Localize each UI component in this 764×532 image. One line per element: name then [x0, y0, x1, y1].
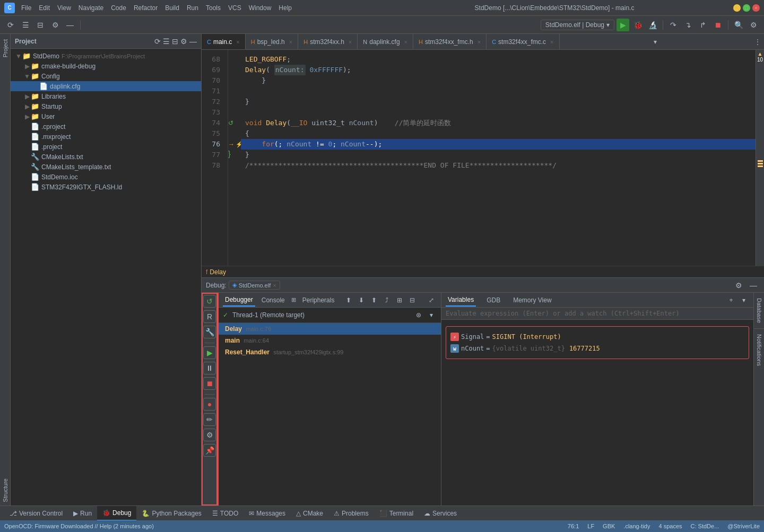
- debug-expand-btn[interactable]: ⤢: [426, 295, 437, 306]
- step-up-debug-btn[interactable]: ⬆: [369, 295, 379, 306]
- tree-item-project[interactable]: 📄 .project: [11, 142, 201, 152]
- run-config-selector[interactable]: StdDemo.elf | Debug ▾: [541, 20, 614, 30]
- memory-view-tab[interactable]: Memory View: [511, 294, 553, 306]
- editor-tab-daplink[interactable]: N daplink.cfg ×: [358, 34, 413, 50]
- debug-button[interactable]: 🐞: [631, 19, 644, 31]
- bottom-tab-python[interactable]: 🐍 Python Packages: [136, 506, 206, 521]
- database-sidebar-tab[interactable]: Database: [755, 295, 763, 326]
- editor-tab-mainc[interactable]: C main.c ×: [202, 34, 246, 50]
- debug-config-selector[interactable]: ◈ StdDemo.elf ×: [229, 281, 280, 290]
- debug-pause-btn[interactable]: ⏸: [203, 362, 216, 374]
- menu-run[interactable]: Run: [184, 3, 202, 13]
- menu-tools[interactable]: Tools: [203, 3, 224, 13]
- tree-item-ioc[interactable]: 📄 StdDemo.ioc: [11, 172, 201, 182]
- debug-breakpoint-btn[interactable]: ●: [203, 398, 216, 411]
- panel-close-icon[interactable]: —: [189, 37, 197, 46]
- tree-item-cmaketemplate[interactable]: 🔧 CMakeLists_template.txt: [11, 162, 201, 172]
- run-button[interactable]: ▶: [617, 19, 629, 31]
- console-tab[interactable]: Console: [259, 294, 287, 306]
- debug-play-btn[interactable]: ▶: [203, 346, 216, 359]
- linter-indicator[interactable]: .clang-tidy: [623, 523, 650, 529]
- notifications-sidebar-tab[interactable]: Notifications: [755, 331, 763, 369]
- thread-dropdown-icon[interactable]: ▾: [426, 310, 437, 320]
- editor-tab-stm32h[interactable]: H stm32f4xx.h ×: [298, 34, 358, 50]
- step-out-btn[interactable]: ↱: [697, 19, 709, 31]
- settings-gear-button[interactable]: ⚙: [747, 19, 760, 31]
- tab-close-debug[interactable]: ×: [273, 282, 276, 289]
- debug-close-btn[interactable]: —: [747, 279, 760, 292]
- tree-item-config[interactable]: ▼ 📁 Config: [11, 71, 201, 81]
- step-over-debug-btn[interactable]: ⬆: [343, 295, 354, 306]
- add-watch-btn[interactable]: +: [726, 295, 736, 306]
- debug-pin-btn[interactable]: 📌: [203, 444, 216, 457]
- tree-item-mxproject[interactable]: 📄 .mxproject: [11, 132, 201, 142]
- menu-build[interactable]: Build: [162, 3, 183, 13]
- tab-overflow-btn[interactable]: ▾: [650, 38, 660, 46]
- debug-wrench-btn[interactable]: 🔧: [203, 326, 216, 338]
- step-out-debug-btn[interactable]: ⤴: [381, 295, 392, 306]
- menu-file[interactable]: File: [18, 3, 34, 13]
- line-col-indicator[interactable]: 76:1: [568, 523, 579, 529]
- tree-item-cmake-build[interactable]: ▶ 📁 cmake-build-debug: [11, 61, 201, 71]
- menu-window[interactable]: Window: [246, 3, 275, 13]
- debug-stop-btn[interactable]: ⏹: [203, 377, 216, 390]
- peripherals-icon[interactable]: ⊞: [291, 296, 296, 303]
- menu-refactor[interactable]: Refactor: [131, 3, 161, 13]
- bottom-tab-run[interactable]: ▶ Run: [68, 506, 97, 521]
- frame-view-btn[interactable]: ⊞: [394, 295, 405, 306]
- panel-sync-icon[interactable]: ⟳: [154, 37, 161, 46]
- stop-button[interactable]: ⏹: [711, 19, 724, 31]
- tab-close-mainc[interactable]: ×: [236, 39, 239, 45]
- indent-indicator[interactable]: 4 spaces: [658, 523, 682, 529]
- peripherals-tab[interactable]: Peripherals: [300, 294, 337, 306]
- step-over-btn[interactable]: ↷: [667, 19, 680, 31]
- tree-item-user[interactable]: ▶ 📁 User: [11, 111, 201, 121]
- debug-edit-btn[interactable]: ✏: [203, 413, 216, 426]
- tab-close-stm32h[interactable]: ×: [349, 39, 352, 45]
- toolbar-collapse-btn[interactable]: ⊟: [34, 19, 47, 31]
- structure-sidebar-tab[interactable]: Structure: [1, 475, 10, 505]
- debug-resume-btn[interactable]: ↺: [203, 295, 216, 308]
- tab-close-daplink[interactable]: ×: [404, 39, 407, 45]
- tree-item-startup[interactable]: ▶ 📁 Startup: [11, 101, 201, 111]
- tree-item-libraries[interactable]: ▶ 📁 Libraries: [11, 91, 201, 101]
- profiler-button[interactable]: 🔬: [646, 19, 659, 31]
- debug-settings-btn[interactable]: ⚙: [732, 279, 745, 292]
- debug-gear-btn[interactable]: ⚙: [203, 429, 216, 441]
- toolbar-close-btn[interactable]: —: [64, 19, 76, 31]
- debugger-tab[interactable]: Debugger: [223, 294, 255, 307]
- step-down-debug-btn[interactable]: ⬇: [356, 295, 367, 306]
- lang-indicator[interactable]: C: StdDe...: [691, 523, 719, 529]
- editor-tab-fmcc[interactable]: C stm32f4xx_fmc.c ×: [487, 34, 559, 50]
- list-view-btn[interactable]: ⊟: [407, 295, 418, 306]
- bottom-tab-debug[interactable]: 🐞 Debug: [97, 506, 136, 521]
- panel-settings-icon[interactable]: ⚙: [180, 37, 187, 46]
- bottom-tab-vcs[interactable]: ⎇ Version Control: [4, 506, 68, 521]
- menu-help[interactable]: Help: [275, 3, 295, 13]
- menu-code[interactable]: Code: [108, 3, 129, 13]
- toolbar-settings-btn[interactable]: ⚙: [49, 19, 62, 31]
- code-editor[interactable]: LED_RGBOFF; Delay( nCount: 0xFFFFFF); }: [241, 50, 756, 266]
- minimize-button[interactable]: –: [733, 4, 741, 12]
- bottom-tab-todo[interactable]: ☰ TODO: [207, 506, 244, 521]
- tab-more-btn[interactable]: ⋮: [751, 38, 764, 46]
- toolbar-sync-btn[interactable]: ⟳: [4, 19, 17, 31]
- toolbar-tree-btn[interactable]: ☰: [19, 19, 32, 31]
- search-button[interactable]: 🔍: [732, 19, 745, 31]
- bottom-tab-services[interactable]: ☁ Services: [419, 506, 462, 521]
- tree-item-cproject[interactable]: 📄 .cproject: [11, 121, 201, 132]
- gdb-tab[interactable]: GDB: [484, 294, 502, 306]
- close-button[interactable]: ×: [752, 4, 760, 12]
- bottom-tab-terminal[interactable]: ⬛ Terminal: [374, 506, 419, 521]
- menu-vcs[interactable]: VCS: [225, 3, 245, 13]
- menu-edit[interactable]: Edit: [36, 3, 53, 13]
- charset-indicator[interactable]: GBK: [603, 523, 615, 529]
- watch-input-area[interactable]: Evaluate expression (Enter) or add a wat…: [441, 308, 753, 320]
- stack-item-reset[interactable]: Reset_Handler startup_stm32f429igtx.s:99: [219, 346, 441, 358]
- editor-tab-bspled[interactable]: H bsp_led.h ×: [246, 34, 298, 50]
- bottom-tab-messages[interactable]: ✉ Messages: [244, 506, 291, 521]
- tree-item-daplink[interactable]: 📄 daplink.cfg: [11, 81, 201, 91]
- variables-tab[interactable]: Variables: [446, 294, 476, 307]
- tab-close-fmcc[interactable]: ×: [550, 39, 553, 45]
- project-sidebar-tab[interactable]: Project: [1, 36, 10, 60]
